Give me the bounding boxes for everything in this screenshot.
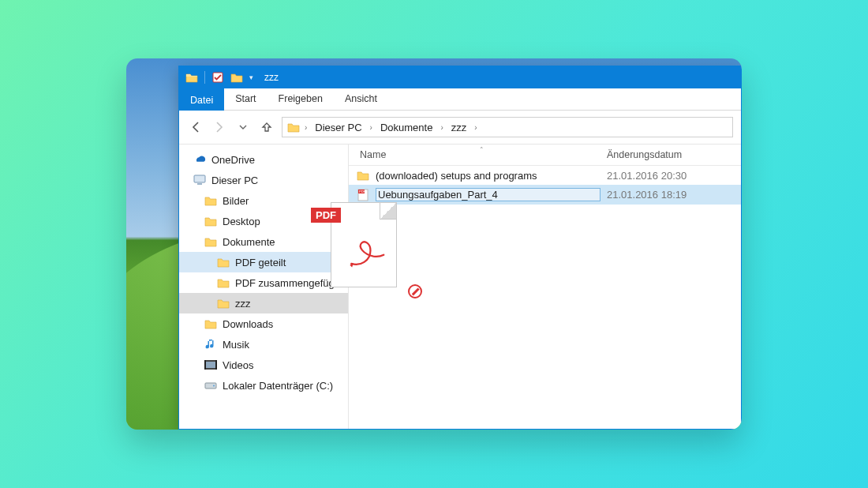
tree-item-musik[interactable]: Musik [179, 334, 348, 355]
column-modified[interactable]: Änderungsdatum [607, 149, 733, 160]
tab-start[interactable]: Start [224, 88, 267, 110]
window-title: zzz [264, 72, 279, 83]
svg-text:PDF: PDF [359, 190, 366, 193]
tree-label: PDF zusammengefügt [235, 277, 337, 289]
nav-toolbar: › Dieser PC › Dokumente › zzz › [179, 111, 741, 145]
folder-icon [217, 256, 230, 268]
nav-back-button[interactable] [187, 118, 204, 136]
explorer-window: ▾ zzz Datei Start Freigeben Ansicht [178, 66, 742, 430]
tree-item-videos[interactable]: Videos [179, 355, 348, 375]
tree-label: PDF geteilt [235, 257, 286, 268]
tree-item-onedrive[interactable]: OneDrive [179, 149, 348, 170]
svg-rect-2 [197, 183, 202, 185]
chevron-right-icon[interactable]: › [439, 123, 444, 132]
content-area: OneDrive Dieser PC Bilder Desktop [179, 145, 741, 429]
file-row[interactable]: PDF Uebungsaufgaben_Part_4 21.01.2016 18… [349, 185, 741, 205]
navigation-pane: OneDrive Dieser PC Bilder Desktop [179, 145, 349, 429]
pc-icon [193, 174, 206, 186]
tree-item-dokumente[interactable]: Dokumente [179, 231, 348, 252]
desktop-background: ▾ zzz Datei Start Freigeben Ansicht [126, 58, 742, 430]
tree-item-desktop[interactable]: Desktop [179, 211, 348, 231]
nav-recent-dropdown[interactable] [234, 118, 252, 136]
nav-forward-button[interactable] [211, 118, 228, 136]
folder-icon [204, 194, 217, 207]
pdf-icon: PDF [357, 189, 369, 201]
tree-item-pdf-geteilt[interactable]: PDF geteilt [179, 252, 348, 272]
svg-rect-4 [206, 362, 215, 368]
tab-freigeben[interactable]: Freigeben [268, 88, 334, 110]
tree-item-drive-c[interactable]: Lokaler Datenträger (C:) [179, 375, 348, 396]
svg-rect-1 [194, 175, 205, 182]
tree-label: Musik [223, 339, 249, 351]
tree-item-pdf-zusammengefuegt[interactable]: PDF zusammengefügt [179, 272, 348, 293]
tree-label: Lokaler Datenträger (C:) [223, 380, 333, 392]
tree-label: zzz [235, 298, 251, 310]
onedrive-icon [193, 153, 206, 166]
file-modified: 21.01.2016 18:19 [607, 189, 733, 201]
file-modified: 21.01.2016 20:30 [607, 170, 733, 182]
ribbon: Datei Start Freigeben Ansicht [179, 88, 741, 111]
sort-asc-icon: ˄ [480, 146, 484, 154]
folder-icon [204, 235, 217, 248]
breadcrumb-seg[interactable]: zzz [448, 120, 470, 135]
svg-point-8 [213, 385, 215, 387]
folder-icon [185, 71, 198, 84]
tree-item-zzz[interactable]: zzz [179, 293, 348, 313]
folder-icon [217, 276, 230, 289]
address-bar[interactable]: › Dieser PC › Dokumente › zzz › [282, 117, 733, 137]
tree-label: Bilder [223, 195, 249, 207]
file-name: (downloaded) setups and programs [376, 170, 600, 182]
breadcrumb-seg[interactable]: Dieser PC [312, 120, 365, 135]
music-icon [204, 338, 217, 351]
folder-icon [204, 317, 217, 330]
chevron-right-icon[interactable]: › [369, 123, 374, 132]
file-row[interactable]: (downloaded) setups and programs 21.01.2… [349, 166, 741, 185]
tree-label: OneDrive [211, 154, 255, 166]
tree-label: Videos [223, 359, 254, 371]
video-icon [204, 358, 217, 371]
chevron-right-icon[interactable]: › [303, 123, 309, 132]
properties-icon[interactable] [211, 71, 224, 84]
qat-dropdown-icon[interactable]: ▾ [249, 73, 253, 81]
nav-up-button[interactable] [258, 118, 275, 136]
tree-item-bilder[interactable]: Bilder [179, 190, 348, 211]
drive-icon [204, 379, 217, 392]
tree-label: Dokumente [223, 236, 275, 248]
quick-access-toolbar: ▾ [185, 71, 253, 84]
tree-label: Downloads [223, 318, 273, 330]
new-folder-icon[interactable] [230, 71, 243, 84]
folder-icon [204, 215, 217, 227]
folder-icon [217, 297, 230, 310]
tree-item-this-pc[interactable]: Dieser PC [179, 170, 348, 190]
folder-icon [287, 121, 300, 133]
svg-rect-6 [215, 360, 217, 370]
file-name: Uebungsaufgaben_Part_4 [376, 188, 600, 201]
column-headers[interactable]: ˄ Name Änderungsdatum [349, 145, 741, 166]
tab-ansicht[interactable]: Ansicht [334, 88, 388, 110]
tree-label: Dieser PC [211, 175, 258, 186]
folder-icon [357, 169, 369, 182]
tab-file[interactable]: Datei [179, 90, 224, 111]
column-name: ˄ Name [357, 149, 607, 160]
breadcrumb-seg[interactable]: Dokumente [377, 120, 436, 135]
tree-item-downloads[interactable]: Downloads [179, 313, 348, 334]
svg-rect-5 [204, 360, 206, 370]
file-list-pane: ˄ Name Änderungsdatum (downloaded) setup… [349, 145, 741, 429]
chevron-right-icon[interactable]: › [473, 123, 478, 132]
title-bar: ▾ zzz [179, 66, 741, 88]
tree-label: Desktop [223, 216, 260, 227]
